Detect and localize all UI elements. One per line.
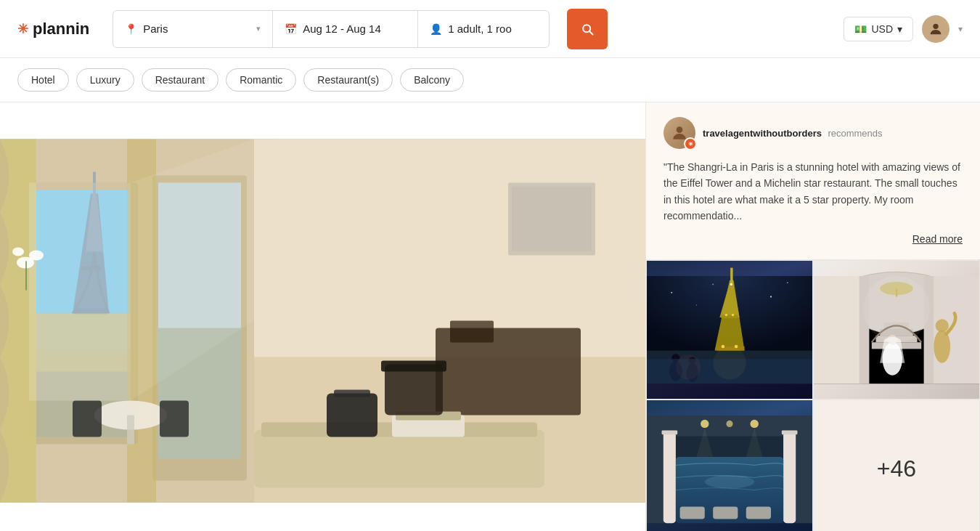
svg-point-88 (863, 276, 929, 342)
photo-cell-more[interactable]: +46 (813, 400, 980, 531)
svg-point-83 (934, 330, 950, 363)
filter-restaurant[interactable]: Restaurant (142, 68, 219, 92)
read-more-link[interactable]: Read more (663, 233, 963, 245)
svg-rect-37 (127, 416, 134, 445)
recommendation-card: ✳ travelagentwithoutborders recommends "… (646, 102, 980, 260)
photo-cell-1[interactable] (646, 260, 813, 400)
filter-restaurants[interactable]: Restaurant(s) (303, 68, 393, 92)
user-chevron-icon: ▾ (958, 24, 963, 34)
svg-rect-103 (662, 430, 678, 434)
hero-image-svg (0, 102, 645, 531)
user-avatar-button[interactable] (922, 15, 950, 43)
svg-point-49 (671, 291, 672, 293)
more-photos-count: +46 (877, 455, 916, 482)
svg-rect-28 (254, 430, 544, 488)
svg-point-84 (936, 319, 949, 332)
svg-rect-77 (859, 276, 870, 384)
svg-point-62 (725, 313, 727, 315)
svg-point-102 (726, 421, 732, 427)
guest-value: 1 adult, 1 roo (448, 23, 512, 35)
filter-bar: Hotel Luxury Restaurant Romantic Restaur… (0, 58, 980, 102)
svg-rect-78 (924, 276, 934, 384)
rec-username-container: travelagentwithoutborders recommends (703, 126, 883, 139)
svg-point-64 (730, 283, 732, 285)
svg-point-52 (787, 282, 788, 283)
photo-cell-2[interactable] (813, 260, 980, 400)
calendar-icon: 📅 (285, 23, 297, 35)
rec-text: "The Shangri-La in Paris is a stunning h… (663, 159, 963, 224)
svg-rect-75 (814, 276, 863, 384)
currency-selector[interactable]: 💵 USD ▾ (844, 17, 913, 41)
search-icon (580, 22, 595, 36)
rec-header: ✳ travelagentwithoutborders recommends (663, 117, 963, 149)
svg-rect-99 (746, 506, 771, 519)
svg-rect-93 (663, 432, 676, 523)
svg-point-71 (676, 354, 701, 379)
location-value: Paris (143, 23, 168, 35)
photo-1-svg (647, 261, 812, 399)
location-chevron-icon: ▾ (256, 24, 261, 33)
svg-point-70 (713, 346, 746, 379)
pin-icon: 📍 (125, 23, 137, 35)
svg-rect-104 (782, 430, 798, 434)
svg-rect-41 (334, 390, 370, 397)
location-field[interactable]: 📍 Paris ▾ (113, 11, 273, 47)
svg-point-34 (12, 248, 24, 256)
photo-cell-3[interactable] (646, 400, 813, 531)
header: ✳ plannin 📍 Paris ▾ 📅 Aug 12 - Aug 14 👤 … (0, 0, 980, 58)
svg-point-101 (751, 419, 759, 427)
filter-luxury[interactable]: Luxury (76, 68, 134, 92)
svg-point-51 (770, 296, 772, 297)
svg-rect-97 (680, 506, 705, 519)
date-value: Aug 12 - Aug 14 (303, 23, 381, 35)
svg-rect-35 (25, 262, 27, 291)
filter-hotel[interactable]: Hotel (17, 68, 69, 92)
filter-romantic[interactable]: Romantic (226, 68, 296, 92)
photo-3-svg (647, 400, 812, 531)
search-button[interactable] (567, 9, 608, 49)
rec-avatar-wrapper: ✳ (663, 117, 695, 149)
right-panel: ✳ travelagentwithoutborders recommends "… (645, 102, 980, 531)
rec-badge: ✳ (684, 137, 697, 150)
svg-rect-27 (450, 321, 494, 343)
svg-rect-38 (73, 401, 102, 437)
svg-rect-40 (327, 394, 377, 437)
svg-rect-58 (722, 315, 738, 318)
svg-point-46 (677, 126, 683, 133)
svg-rect-94 (783, 432, 796, 523)
currency-value: USD (871, 23, 893, 35)
svg-point-50 (712, 283, 714, 285)
svg-point-63 (732, 313, 734, 315)
photo-grid: +46 (646, 260, 980, 531)
rec-badge-star: ✳ (688, 141, 693, 147)
rec-username: travelagentwithoutborders (703, 128, 822, 139)
rec-recommends-text: recommends (828, 128, 882, 139)
user-avatar-icon (928, 21, 944, 37)
svg-rect-25 (512, 187, 592, 252)
header-right: 💵 USD ▾ ▾ (844, 15, 963, 43)
logo-name: plannin (33, 20, 89, 38)
filter-balcony[interactable]: Balcony (400, 68, 464, 92)
svg-point-96 (705, 475, 754, 488)
svg-rect-39 (160, 401, 189, 437)
svg-rect-98 (713, 506, 738, 519)
search-group: 📍 Paris ▾ 📅 Aug 12 - Aug 14 👤 1 adult, 1… (113, 10, 550, 48)
svg-point-0 (933, 23, 938, 28)
currency-chevron-icon: ▾ (897, 23, 902, 35)
photo-2-svg (814, 261, 979, 399)
logo[interactable]: ✳ plannin (17, 20, 89, 38)
svg-rect-42 (385, 365, 443, 416)
date-field[interactable]: 📅 Aug 12 - Aug 14 (273, 11, 418, 47)
svg-point-100 (701, 419, 709, 427)
svg-rect-43 (381, 361, 446, 372)
currency-icon: 💵 (854, 23, 867, 35)
main-content: ✳ travelagentwithoutborders recommends "… (0, 102, 980, 531)
guest-field[interactable]: 👤 1 adult, 1 roo (418, 11, 549, 47)
hero-image[interactable] (0, 102, 645, 531)
logo-star-icon: ✳ (17, 21, 28, 37)
svg-point-53 (696, 304, 697, 305)
svg-rect-59 (730, 267, 732, 284)
person-icon: 👤 (430, 23, 442, 35)
